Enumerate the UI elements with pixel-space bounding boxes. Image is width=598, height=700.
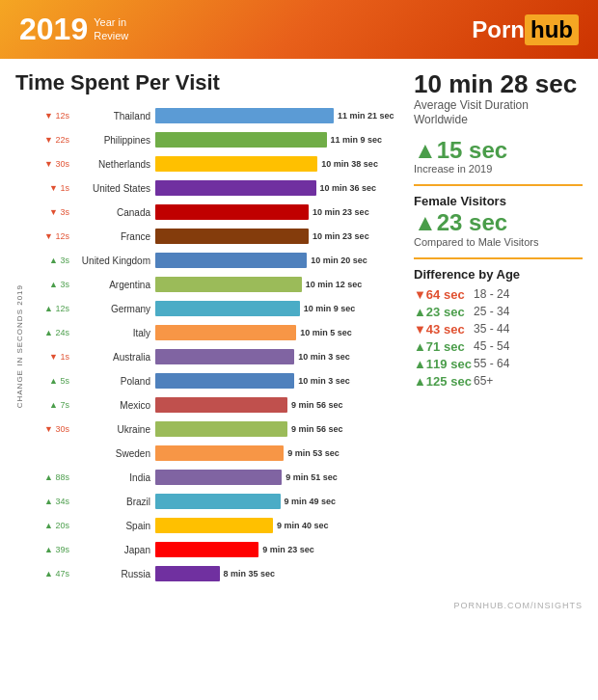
age-change-value: ▼64 sec	[414, 287, 474, 302]
chart-inner: ▼ 12sThailand11 min 21 sec▼ 22sPhilippin…	[31, 105, 404, 587]
list-item: ▲23 sec25 - 34	[414, 305, 583, 319]
table-row: ▲ 47sRussia8 min 35 sec	[31, 563, 404, 584]
age-range-label: 45 - 54	[474, 339, 509, 353]
change-indicator: ▲ 3s	[31, 280, 69, 289]
country-label: Argentina	[73, 280, 150, 290]
change-indicator: ▲ 88s	[31, 472, 69, 482]
bar	[155, 229, 309, 244]
table-row: ▲ 88sIndia9 min 51 sec	[31, 467, 404, 488]
bar-wrapper: 9 min 56 sec	[155, 421, 404, 437]
table-row: ▼ 12sThailand11 min 21 sec	[31, 105, 404, 126]
age-section: Difference by Age ▼64 sec18 - 24▲23 sec2…	[414, 267, 583, 389]
table-row: ▼ 1sUnited States10 min 36 sec	[31, 177, 404, 199]
bar-wrapper: 10 min 5 sec	[155, 325, 404, 340]
list-item: ▼43 sec35 - 44	[414, 322, 583, 337]
table-row: ▼ 1sAustralia10 min 3 sec	[31, 346, 404, 367]
bar-value-label: 9 min 56 sec	[291, 400, 343, 410]
country-label: Poland	[73, 376, 150, 387]
table-row: ▲ 7sMexico9 min 56 sec	[31, 394, 404, 416]
change-indicator: ▲ 5s	[31, 376, 69, 386]
country-label: Sweden	[73, 448, 150, 459]
table-row: ▲ 12sGermany10 min 9 sec	[31, 298, 404, 319]
y-axis-label: CHANGE IN SECONDS 2019	[15, 284, 29, 408]
country-label: Italy	[73, 328, 150, 338]
age-change-value: ▼43 sec	[414, 322, 474, 337]
bar-value-label: 8 min 35 sec	[224, 569, 276, 579]
list-item: ▲125 sec65+	[414, 374, 583, 389]
country-label: Philippines	[73, 135, 150, 146]
footer-url: PORNHUB.COM/INSIGHTS	[453, 601, 583, 610]
country-label: Brazil	[73, 497, 150, 507]
country-label: Japan	[73, 545, 150, 555]
bar-wrapper: 10 min 23 sec	[155, 229, 404, 244]
bar-wrapper: 10 min 12 sec	[155, 277, 404, 292]
country-label: Canada	[73, 207, 150, 218]
country-label: Australia	[73, 352, 150, 363]
logo-hub: hub	[525, 14, 579, 45]
table-row: ▲ 3sUnited Kingdom10 min 20 sec	[31, 250, 404, 271]
bar-value-label: 9 min 23 sec	[262, 545, 314, 554]
change-indicator: ▼ 22s	[31, 135, 69, 145]
bar	[155, 253, 307, 268]
change-indicator: ▼ 30s	[31, 424, 69, 434]
age-change-value: ▲23 sec	[414, 305, 474, 319]
country-label: United Kingdom	[73, 256, 150, 266]
bar-wrapper: 9 min 51 sec	[155, 470, 404, 485]
age-title: Difference by Age	[414, 267, 583, 282]
change-indicator: ▼ 30s	[31, 159, 69, 169]
bar-value-label: 11 min 21 sec	[338, 111, 394, 121]
change-indicator: ▲ 12s	[31, 304, 69, 313]
age-range-label: 18 - 24	[474, 287, 509, 301]
bar	[155, 518, 273, 533]
bar-value-label: 9 min 53 sec	[287, 448, 340, 458]
bar-value-label: 10 min 3 sec	[298, 376, 350, 386]
bar-value-label: 10 min 12 sec	[306, 280, 363, 289]
table-row: ▼ 12sFrance10 min 23 sec	[31, 226, 404, 247]
female-label: Compared to Male Visitors	[414, 236, 583, 248]
header-left: 2019 Year in Review	[19, 12, 128, 47]
bar-wrapper: 10 min 3 sec	[155, 349, 404, 364]
increase-value: ▲15 sec	[414, 138, 583, 163]
bar-wrapper: 9 min 23 sec	[155, 542, 404, 557]
bar-value-label: 10 min 36 sec	[320, 183, 377, 193]
table-row: ▼ 30sNetherlands10 min 38 sec	[31, 153, 404, 175]
bar-value-label: 11 min 9 sec	[331, 135, 383, 145]
avg-visit-value: 10 min 28 sec	[414, 70, 583, 98]
table-row: ▲ 39sJapan9 min 23 sec	[31, 539, 404, 560]
bar-wrapper: 9 min 49 sec	[155, 494, 404, 509]
age-change-value: ▲125 sec	[414, 374, 474, 389]
bar-wrapper: 10 min 3 sec	[155, 373, 404, 389]
table-row: ▲ 24sItaly10 min 5 sec	[31, 322, 404, 343]
change-indicator: ▼ 12s	[31, 231, 69, 241]
header: 2019 Year in Review Porn hub	[0, 0, 598, 59]
avg-visit-label: Average Visit Duration Worldwide	[414, 98, 583, 128]
bar-wrapper: 10 min 23 sec	[155, 204, 404, 220]
bar-wrapper: 11 min 9 sec	[155, 132, 404, 148]
bar	[155, 156, 317, 172]
bar-wrapper: 10 min 20 sec	[155, 253, 404, 268]
bar	[155, 349, 294, 364]
header-year: 2019	[19, 12, 88, 47]
age-range-label: 25 - 34	[474, 305, 509, 318]
bar	[155, 277, 302, 292]
chart-container: CHANGE IN SECONDS 2019 ▼ 12sThailand11 m…	[15, 105, 404, 587]
bar-value-label: 9 min 51 sec	[285, 472, 338, 482]
stats-section: 10 min 28 sec Average Visit Duration Wor…	[404, 70, 583, 587]
bar	[155, 542, 258, 557]
age-range-label: 35 - 44	[474, 322, 509, 336]
bar-wrapper: 10 min 36 sec	[155, 180, 404, 196]
bar-value-label: 10 min 20 sec	[311, 256, 367, 265]
bar	[155, 132, 327, 148]
change-indicator: ▲ 39s	[31, 545, 69, 554]
age-range-label: 65+	[474, 374, 493, 388]
change-indicator: ▼ 12s	[31, 111, 69, 121]
table-row: ▲ 3sArgentina10 min 12 sec	[31, 274, 404, 295]
table-row: ▼ 22sPhilippines11 min 9 sec	[31, 129, 404, 150]
bar-value-label: 10 min 23 sec	[313, 231, 369, 241]
avg-visit-block: 10 min 28 sec Average Visit Duration Wor…	[414, 70, 583, 128]
bar	[155, 180, 316, 196]
list-item: ▼64 sec18 - 24	[414, 287, 583, 302]
list-item: ▲119 sec55 - 64	[414, 357, 583, 371]
change-indicator: ▲ 20s	[31, 521, 69, 530]
bar	[155, 204, 309, 220]
